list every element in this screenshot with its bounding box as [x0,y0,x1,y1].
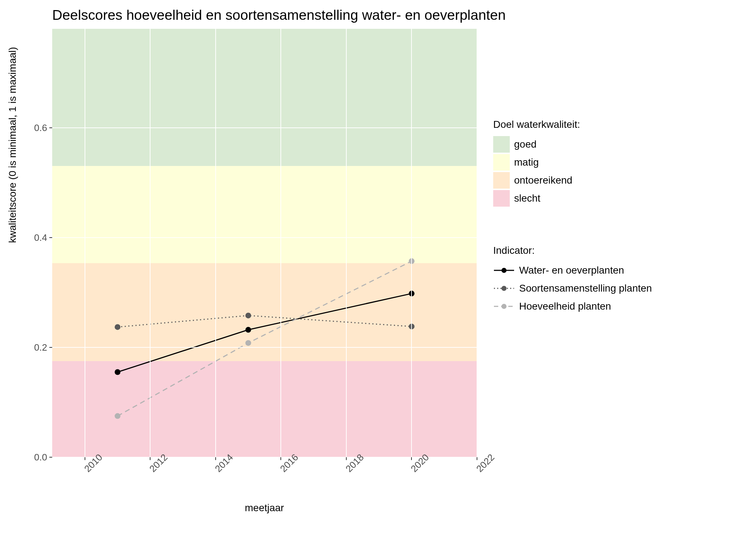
swatch-goed [493,136,510,153]
gridline-v [477,29,477,457]
swatch-ontoereikend [493,172,510,189]
series-line [118,293,412,372]
gridline-h [52,347,477,348]
legend-bands-title: Doel waterkwaliteit: [493,119,580,130]
line-key-icon [493,280,515,297]
data-lines [52,29,477,457]
x-axis-label: meetjaar [245,502,284,514]
x-tick-mark [215,457,216,460]
line-key-icon [493,262,515,279]
legend-series: Indicator: Water- en oeverplanten Soorte… [493,245,652,316]
gridline-h [52,237,477,238]
legend-item-series-2: Soortensamenstelling planten [493,280,652,297]
gridline-v [215,29,216,457]
gridline-h [52,457,477,458]
svg-point-5 [501,304,507,309]
chart-title: Deelscores hoeveelheid en soortensamenst… [52,7,506,23]
legend-item-series-1: Water- en oeverplanten [493,262,652,279]
series-line [118,261,412,416]
gridline-h [52,127,477,128]
legend-label: Hoeveelheid planten [519,301,611,312]
x-tick-mark [150,457,150,460]
data-point [115,324,121,330]
x-tick-mark [346,457,347,460]
y-tick-mark [49,457,52,458]
legend-item-goed: goed [493,136,580,153]
legend-bands: Doel waterkwaliteit: goed matig ontoerei… [493,119,580,208]
line-key-icon [493,298,515,315]
gridline-v [411,29,412,457]
gridline-v [150,29,150,457]
swatch-slecht [493,190,510,207]
x-tick-mark [280,457,281,460]
x-tick-label: 2022 [474,452,497,474]
legend-label: Water- en oeverplanten [519,265,624,276]
legend-item-ontoereikend: ontoereikend [493,172,580,189]
legend-item-series-3: Hoeveelheid planten [493,298,652,315]
y-tick-label: 0.6 [34,122,47,133]
y-tick-label: 0.4 [34,232,47,243]
legend-label: ontoereikend [514,175,572,186]
data-point [246,312,251,318]
x-tick-mark [85,457,85,460]
chart-container: Deelscores hoeveelheid en soortensamenst… [0,0,756,540]
series-line [118,315,412,327]
y-tick-label: 0.0 [34,452,47,463]
legend-item-matig: matig [493,154,580,171]
legend-item-slecht: slecht [493,190,580,207]
data-point [246,340,251,346]
gridline-v [280,29,281,457]
y-tick-mark [49,237,52,238]
legend-label: goed [514,139,536,150]
y-axis-label: kwaliteitscore (0 is minimaal, 1 is maxi… [7,47,18,243]
y-tick-mark [49,347,52,348]
y-tick-label: 0.2 [34,342,47,353]
x-tick-mark [411,457,412,460]
data-point [246,327,251,333]
y-tick-mark [49,127,52,128]
data-point [115,413,121,419]
gridline-v [85,29,85,457]
svg-point-1 [501,268,507,273]
svg-point-3 [501,286,507,291]
legend-label: Soortensamenstelling planten [519,283,652,294]
x-tick-mark [477,457,477,460]
plot-area: 0.00.20.40.62010201220142016201820202022 [52,29,477,457]
legend-series-title: Indicator: [493,245,652,256]
swatch-matig [493,154,510,171]
gridline-v [346,29,347,457]
data-point [115,369,121,375]
legend-label: slecht [514,193,540,204]
legend-label: matig [514,157,539,168]
